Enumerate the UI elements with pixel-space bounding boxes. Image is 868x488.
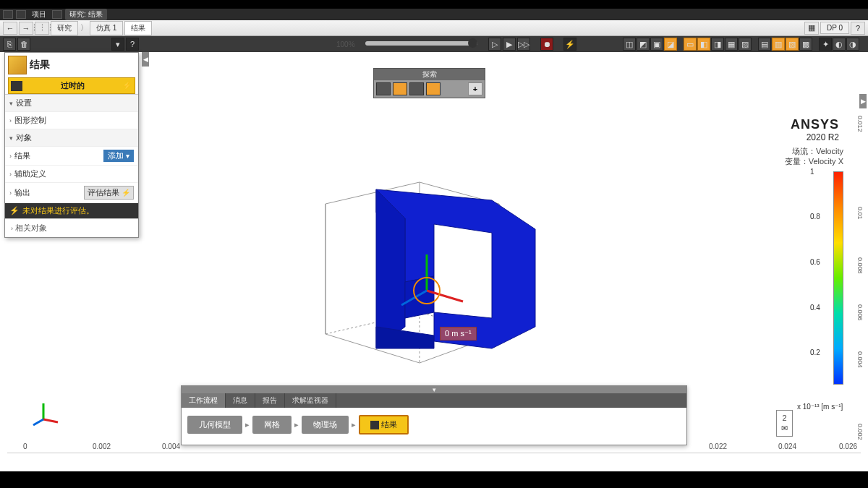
bolt-status-icon: [11, 81, 22, 91]
collapse-bottom-icon[interactable]: ▾: [182, 386, 686, 393]
messages-button[interactable]: 2 ✉: [776, 410, 793, 437]
color-legend: 1 0.8 0.6 0.4 0.2 x 10⁻¹³ [m s⁻¹]: [817, 168, 846, 399]
disp-icon-1[interactable]: ▤: [758, 38, 771, 51]
step-geometry[interactable]: 几何模型: [187, 416, 242, 434]
disp-icon-2[interactable]: ▥: [772, 38, 785, 51]
legend-bar: [833, 171, 843, 385]
result-cube-icon: [8, 56, 27, 74]
model-geometry: [311, 160, 542, 385]
sel-icon-3[interactable]: ◨: [711, 38, 724, 51]
step-mesh[interactable]: 网格: [252, 416, 292, 434]
light-icon-1[interactable]: ✦: [819, 38, 832, 51]
bolt-icon[interactable]: ⚡: [563, 38, 576, 51]
crumb-sep-icon: 〉: [80, 22, 88, 33]
disp-icon-4[interactable]: ▩: [799, 38, 812, 51]
study-tab[interactable]: 研究: 结果: [65, 9, 107, 20]
crumb-sim[interactable]: 仿真 1: [90, 21, 123, 35]
arrow-icon: ▸: [352, 420, 356, 429]
back-button[interactable]: ←: [3, 22, 17, 35]
explore-btn-3[interactable]: [409, 82, 424, 95]
crumb-result[interactable]: 结果: [124, 21, 152, 35]
tab-workflow[interactable]: 工作流程: [182, 393, 226, 408]
status-banner: 过时的 ⚡: [8, 77, 135, 94]
output-item[interactable]: ›输出评估结果 ⚡: [5, 183, 138, 203]
view-icon-2[interactable]: ◩: [637, 38, 650, 51]
evaluate-button[interactable]: 评估结果 ⚡: [84, 186, 134, 200]
project-label[interactable]: 项目: [29, 9, 49, 20]
sel-icon-4[interactable]: ▦: [725, 38, 738, 51]
explore-toolbar: 探索 +: [373, 68, 485, 98]
panel-title: 结果: [5, 53, 138, 77]
step-physics[interactable]: 物理场: [302, 416, 349, 434]
explore-btn-1[interactable]: [376, 82, 391, 95]
help2-icon[interactable]: ?: [126, 38, 139, 51]
explore-btn-4[interactable]: [426, 82, 441, 95]
sel-icon-5[interactable]: ▨: [739, 38, 752, 51]
tab-report[interactable]: 报告: [255, 393, 285, 408]
bottom-tabs: 工作流程 消息 报告 求解监视器: [182, 393, 686, 408]
sel-icon-1[interactable]: ▭: [684, 38, 697, 51]
tab-messages[interactable]: 消息: [226, 393, 255, 408]
explore-btn-2[interactable]: [393, 82, 407, 95]
bottom-panel: ▾ 工作流程 消息 报告 求解监视器 几何模型 ▸ 网格 ▸ 物理场 ▸ 结果: [181, 385, 687, 445]
zoom-knob[interactable]: [468, 38, 477, 48]
warning-banner: ⚡未对结果进行评估。: [5, 203, 138, 218]
vertical-ruler: 0.012 0.01 0.008 0.006 0.004 0.002: [855, 113, 864, 435]
view-icon-1[interactable]: ◫: [623, 38, 636, 51]
explore-title: 探索: [374, 69, 485, 80]
step-bolt-icon: [370, 421, 379, 429]
view-icon-3[interactable]: ▣: [650, 38, 663, 51]
ansys-logo: ANSYS 2020 R2: [791, 117, 839, 142]
light-icon-3[interactable]: ◑: [846, 38, 859, 51]
warn-bolt-icon: ⚡: [9, 206, 20, 215]
arrow-icon: ▸: [245, 420, 250, 429]
mail-icon: ✉: [781, 424, 788, 433]
layout-icon[interactable]: [16, 10, 26, 19]
svg-line-3: [33, 419, 43, 425]
filter-icon[interactable]: ▾: [111, 38, 124, 51]
workflow-steps: 几何模型 ▸ 网格 ▸ 物理场 ▸ 结果: [182, 408, 686, 445]
outline-panel: 结果 过时的 ⚡ ▾设置 ›图形控制 ▾对象 ›结果添加 ▾ ›辅助定义 ›输出…: [4, 52, 139, 238]
related-objects-item[interactable]: › 相关对象: [5, 218, 138, 237]
light-icon-2[interactable]: ◐: [833, 38, 846, 51]
crumb-study[interactable]: 研究: [51, 21, 78, 35]
arrow-icon: ▸: [294, 420, 299, 429]
collapse-left-icon[interactable]: ◀: [142, 52, 149, 67]
results-item[interactable]: ›结果添加 ▾: [5, 147, 138, 166]
axis-triad-icon[interactable]: [32, 398, 61, 427]
nav-bar: ← → ⋮⋮⋮ 研究 〉 仿真 1 结果 ▦ DP 0 ?: [0, 20, 868, 36]
record-icon[interactable]: ⏺: [540, 38, 553, 51]
field-info: 场流：Velocity 变量：Velocity X: [785, 146, 843, 167]
explore-add-button[interactable]: +: [468, 82, 482, 95]
disp-icon-3[interactable]: ▧: [786, 38, 799, 51]
svg-line-2: [43, 419, 58, 422]
sel-icon-2[interactable]: ◧: [697, 38, 710, 51]
refresh-bolt-icon[interactable]: ⚡: [122, 81, 132, 90]
step-results[interactable]: 结果: [359, 415, 409, 435]
objects-section[interactable]: ▾对象: [5, 129, 138, 147]
probe-value-label: 0 m s⁻¹: [440, 327, 477, 341]
layout-toggle-icon[interactable]: ▦: [804, 22, 819, 35]
design-point-selector[interactable]: DP 0: [820, 22, 849, 34]
zoom-label: 100%: [336, 40, 355, 48]
aux-def-item[interactable]: ›辅助定义: [5, 166, 138, 183]
doc-icon[interactable]: [52, 10, 62, 19]
view-icon-4[interactable]: ◪: [664, 38, 677, 51]
tab-monitor[interactable]: 求解监视器: [285, 393, 336, 408]
apps-grid-icon[interactable]: ⋮⋮⋮: [35, 22, 49, 35]
zoom-slider[interactable]: [365, 41, 477, 46]
play-start-icon[interactable]: ▷: [488, 38, 501, 51]
add-button[interactable]: 添加 ▾: [103, 150, 134, 162]
delete-icon[interactable]: 🗑: [17, 38, 30, 51]
copy-icon[interactable]: ⎘: [3, 38, 16, 51]
settings-section[interactable]: ▾设置: [5, 95, 138, 112]
title-bar: 项目 研究: 结果: [0, 9, 868, 20]
play-end-icon[interactable]: ▷▷: [517, 38, 530, 51]
graphics-control-item[interactable]: ›图形控制: [5, 112, 138, 129]
play-icon[interactable]: ▶: [503, 38, 516, 51]
collapse-right-icon[interactable]: ▶: [859, 94, 867, 108]
help-icon[interactable]: ?: [851, 22, 865, 35]
app-menu-icon[interactable]: [3, 10, 13, 19]
main-toolbar: ⎘ 🗑 ▾ ? 100% ▷ ▶ ▷▷ ⏺ ⚡ ◫ ◩ ▣ ◪: [0, 36, 868, 52]
